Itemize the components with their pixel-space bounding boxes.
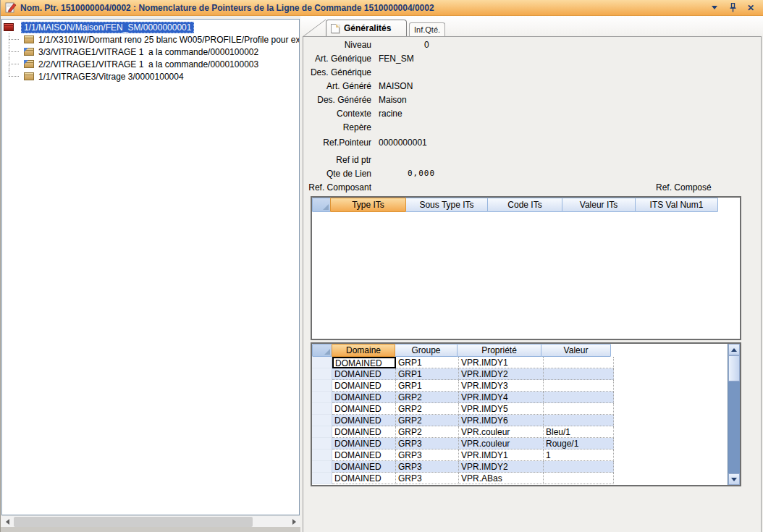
column-header-sous-type-its[interactable]: Sous Type ITs bbox=[405, 198, 488, 212]
row-header[interactable] bbox=[312, 380, 332, 392]
row-header[interactable] bbox=[312, 415, 332, 426]
row-header[interactable] bbox=[312, 449, 332, 461]
table-row[interactable]: DOMAINED GRP3 VPR.IMDY2 bbox=[312, 461, 740, 473]
row-header[interactable] bbox=[312, 438, 332, 449]
scroll-left-button[interactable] bbox=[1, 516, 13, 528]
cell-groupe[interactable]: GRP3 bbox=[396, 461, 459, 473]
table-row[interactable]: DOMAINED GRP3 VPR.ABas bbox=[312, 473, 740, 484]
grid-corner-select-all[interactable] bbox=[312, 344, 332, 357]
close-button[interactable]: ✕ bbox=[745, 2, 756, 14]
cell-groupe[interactable]: GRP2 bbox=[396, 426, 459, 438]
table-row[interactable]: DOMAINED GRP2 VPR.couleur Bleu/1 bbox=[312, 426, 740, 438]
field-value-qte-de-lien[interactable]: 0,000 bbox=[408, 169, 435, 180]
cell-propriete[interactable]: VPR.IMDY1 bbox=[459, 357, 544, 368]
cell-domaine[interactable]: DOMAINED bbox=[332, 368, 396, 380]
cell-valeur[interactable]: Bleu/1 bbox=[544, 426, 614, 438]
cell-valeur[interactable]: Rouge/1 bbox=[544, 438, 614, 449]
tree-horizontal-scrollbar[interactable] bbox=[1, 515, 300, 527]
cell-domaine[interactable]: DOMAINED bbox=[332, 473, 396, 484]
row-header[interactable] bbox=[312, 426, 332, 438]
cell-domaine[interactable]: DOMAINED bbox=[332, 438, 396, 449]
table-row[interactable]: DOMAINED GRP1 VPR.IMDY2 bbox=[312, 368, 740, 380]
cell-groupe[interactable]: GRP1 bbox=[396, 368, 459, 380]
cell-groupe[interactable]: GRP2 bbox=[396, 403, 459, 415]
scroll-down-button[interactable] bbox=[728, 473, 740, 485]
cell-groupe[interactable]: GRP1 bbox=[396, 357, 459, 368]
row-header[interactable] bbox=[312, 403, 332, 415]
cell-propriete[interactable]: VPR.ABas bbox=[459, 473, 544, 484]
row-header[interactable] bbox=[312, 368, 332, 380]
scroll-up-button[interactable] bbox=[728, 344, 740, 355]
cell-domaine-focused[interactable]: DOMAINED bbox=[332, 357, 396, 368]
cell-groupe[interactable]: GRP1 bbox=[396, 380, 459, 392]
cell-propriete[interactable]: VPR.IMDY6 bbox=[459, 415, 544, 426]
tree-item[interactable]: 1/1/X3101W/Dormant reno 25 blanc W005/PR… bbox=[2, 33, 299, 46]
cell-valeur[interactable] bbox=[544, 380, 614, 392]
tree-item[interactable]: 2/2/VITRAGE1/VITRAGE 1 a la commande/000… bbox=[2, 58, 299, 70]
field-value-niveau[interactable]: 0 bbox=[424, 40, 429, 51]
cell-propriete[interactable]: VPR.IMDY4 bbox=[459, 392, 544, 403]
cell-groupe[interactable]: GRP2 bbox=[396, 415, 459, 426]
table-row[interactable]: DOMAINED GRP1 VPR.IMDY1 bbox=[312, 357, 740, 368]
tree-item-root[interactable]: 1/1/MAISON/Maison/FEN_SM/0000000001 bbox=[2, 21, 299, 33]
cell-valeur[interactable] bbox=[544, 392, 614, 403]
cell-domaine[interactable]: DOMAINED bbox=[332, 403, 396, 415]
cell-groupe[interactable]: GRP3 bbox=[396, 449, 459, 461]
scrollbar-thumb[interactable] bbox=[728, 355, 740, 381]
column-header-propriete[interactable]: Propriété bbox=[457, 344, 541, 357]
row-header[interactable] bbox=[312, 357, 332, 368]
grid-corner-select-all[interactable] bbox=[312, 198, 331, 212]
cell-domaine[interactable]: DOMAINED bbox=[332, 461, 396, 473]
row-header[interactable] bbox=[312, 473, 332, 484]
menu-chevron-button[interactable] bbox=[709, 2, 720, 14]
scrollbar-thumb[interactable] bbox=[14, 517, 253, 527]
cell-propriete[interactable]: VPR.IMDY5 bbox=[459, 403, 544, 415]
field-value-ref-pointeur[interactable]: 0000000001 bbox=[379, 138, 427, 148]
field-value-des-generee[interactable]: Maison bbox=[379, 95, 407, 106]
cell-valeur[interactable] bbox=[544, 403, 614, 415]
table-row[interactable]: DOMAINED GRP1 VPR.IMDY3 bbox=[312, 380, 740, 392]
cell-propriete[interactable]: VPR.IMDY2 bbox=[459, 461, 544, 473]
column-header-valeur-its[interactable]: Valeur ITs bbox=[562, 198, 636, 212]
cell-domaine[interactable]: DOMAINED bbox=[332, 392, 396, 403]
row-header[interactable] bbox=[312, 461, 332, 473]
tab-inf-qte[interactable]: Inf.Qté. bbox=[409, 22, 445, 36]
table-row[interactable]: DOMAINED GRP2 VPR.IMDY5 bbox=[312, 403, 740, 415]
column-header-its-val-num1[interactable]: ITS Val Num1 bbox=[635, 198, 718, 212]
cell-valeur[interactable] bbox=[544, 357, 614, 368]
cell-domaine[interactable]: DOMAINED bbox=[332, 426, 396, 438]
pin-button[interactable] bbox=[727, 2, 738, 14]
row-header[interactable] bbox=[312, 392, 332, 403]
cell-groupe[interactable]: GRP2 bbox=[396, 392, 459, 403]
table-row[interactable]: DOMAINED GRP2 VPR.IMDY4 bbox=[312, 392, 740, 403]
scroll-right-button[interactable] bbox=[288, 516, 300, 528]
column-header-code-its[interactable]: Code ITs bbox=[487, 198, 562, 212]
table-row[interactable]: DOMAINED GRP2 VPR.IMDY6 bbox=[312, 415, 740, 426]
field-value-art-genere[interactable]: MAISON bbox=[379, 81, 413, 92]
tab-generalites[interactable]: Généralités bbox=[326, 20, 407, 36]
domain-table-vertical-scrollbar[interactable] bbox=[728, 344, 740, 485]
column-header-valeur[interactable]: Valeur bbox=[541, 344, 611, 357]
column-header-type-its[interactable]: Type ITs bbox=[330, 198, 406, 212]
nomenclature-tree[interactable]: 1/1/MAISON/Maison/FEN_SM/0000000001 1/1/… bbox=[1, 19, 300, 515]
title-bar[interactable]: Nom. Ptr. 1510000004/0002 : Nomenclature… bbox=[1, 0, 763, 16]
cell-groupe[interactable]: GRP3 bbox=[396, 438, 459, 449]
cell-propriete[interactable]: VPR.couleur bbox=[459, 426, 544, 438]
cell-valeur[interactable] bbox=[544, 415, 614, 426]
column-header-groupe[interactable]: Groupe bbox=[395, 344, 458, 357]
cell-domaine[interactable]: DOMAINED bbox=[332, 449, 396, 461]
cell-valeur[interactable] bbox=[544, 461, 614, 473]
column-header-domaine[interactable]: Domaine bbox=[332, 344, 395, 357]
field-value-art-generique[interactable]: FEN_SM bbox=[379, 54, 414, 64]
cell-domaine[interactable]: DOMAINED bbox=[332, 380, 396, 392]
tree-item[interactable]: 3/3/VITRAGE1/VITRAGE 1 a la commande/000… bbox=[2, 46, 299, 58]
cell-valeur[interactable]: 1 bbox=[544, 449, 614, 461]
cell-domaine[interactable]: DOMAINED bbox=[332, 415, 396, 426]
cell-propriete[interactable]: VPR.IMDY1 bbox=[459, 449, 544, 461]
tree-item[interactable]: 1/1/VITRAGE3/Vitrage 3/0000100004 bbox=[2, 70, 299, 83]
table-row[interactable]: DOMAINED GRP3 VPR.IMDY1 1 bbox=[312, 449, 740, 461]
cell-valeur[interactable] bbox=[544, 473, 614, 484]
field-value-contexte[interactable]: racine bbox=[379, 109, 402, 119]
table-row[interactable]: DOMAINED GRP3 VPR.couleur Rouge/1 bbox=[312, 438, 740, 449]
cell-valeur[interactable] bbox=[544, 368, 614, 380]
